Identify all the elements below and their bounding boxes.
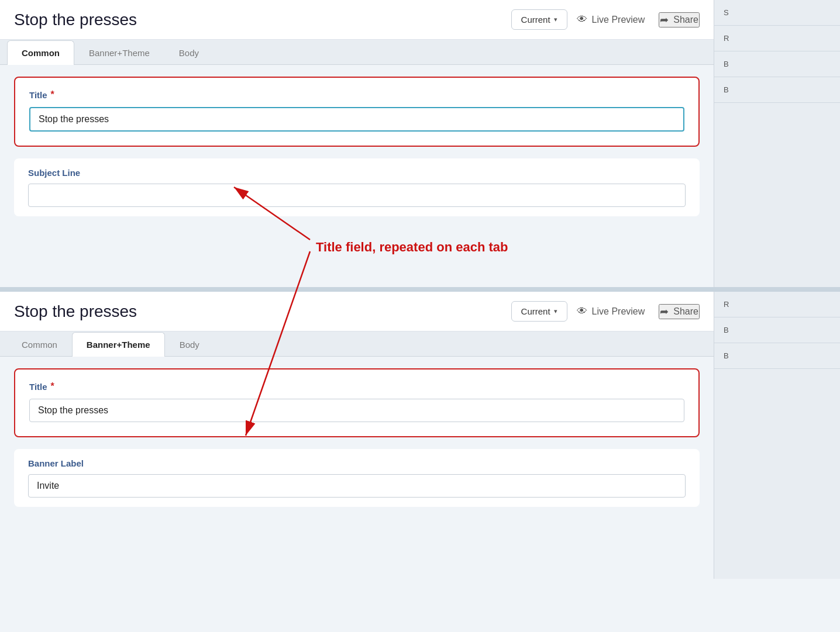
chevron-down-icon-top: ▾ bbox=[554, 16, 557, 23]
share-icon-bottom: ➦ bbox=[660, 305, 669, 318]
banner-label-card: Banner Label bbox=[14, 449, 700, 507]
required-star-title-bottom: * bbox=[51, 381, 54, 392]
live-preview-label-top: Live Preview bbox=[592, 15, 645, 25]
tab-body-top[interactable]: Body bbox=[164, 40, 214, 65]
eye-icon-top: 👁 bbox=[577, 13, 587, 26]
section-bottom: Stop the presses Current ▾ 👁 Live Previe… bbox=[0, 292, 840, 579]
version-dropdown-top[interactable]: Current ▾ bbox=[511, 9, 567, 30]
title-field-card-bottom: Title * bbox=[14, 368, 700, 437]
version-dropdown-bottom[interactable]: Current ▾ bbox=[511, 301, 567, 322]
chevron-down-icon-bottom: ▾ bbox=[554, 308, 557, 315]
share-label-top: Share bbox=[673, 15, 698, 25]
title-label-top: Title * bbox=[29, 89, 684, 100]
sidebar-row-3: B bbox=[714, 51, 840, 77]
banner-label-input[interactable] bbox=[28, 474, 686, 498]
eye-icon-bottom: 👁 bbox=[577, 305, 587, 317]
share-label-bottom: Share bbox=[673, 306, 698, 317]
live-preview-label-bottom: Live Preview bbox=[592, 306, 645, 317]
subject-line-input-top[interactable] bbox=[28, 184, 686, 207]
share-btn-top[interactable]: ➦ Share bbox=[659, 12, 700, 27]
banner-label-label: Banner Label bbox=[28, 458, 686, 468]
share-icon-top: ➦ bbox=[660, 13, 669, 26]
content-area-bottom: Title * Banner Label bbox=[0, 357, 714, 579]
tab-common-bottom[interactable]: Common bbox=[7, 332, 72, 357]
page-title-top: Stop the presses bbox=[14, 11, 502, 29]
live-preview-btn-bottom[interactable]: 👁 Live Preview bbox=[577, 305, 645, 317]
title-label-bottom: Title * bbox=[29, 381, 684, 392]
sidebar-row-b1: R bbox=[714, 292, 840, 317]
share-btn-bottom[interactable]: ➦ Share bbox=[659, 304, 700, 319]
tab-banner-theme-bottom[interactable]: Banner+Theme bbox=[72, 332, 165, 357]
content-area-top: Title * Subject Line bbox=[0, 65, 714, 287]
tab-banner-theme-top[interactable]: Banner+Theme bbox=[74, 40, 164, 65]
sidebar-row-1: S bbox=[714, 0, 840, 26]
header-top: Stop the presses Current ▾ 👁 Live Previe… bbox=[0, 0, 714, 40]
section-top: Stop the presses Current ▾ 👁 Live Previe… bbox=[0, 0, 840, 287]
tabs-bar-top: Common Banner+Theme Body bbox=[0, 40, 714, 65]
tab-body-bottom[interactable]: Body bbox=[165, 332, 214, 357]
sidebar-row-b3: B bbox=[714, 343, 840, 369]
sidebar-row-2: R bbox=[714, 26, 840, 51]
required-star-title-top: * bbox=[51, 89, 54, 100]
right-sidebar-top: S R B B bbox=[714, 0, 840, 287]
version-label-bottom: Current bbox=[521, 306, 550, 316]
title-input-top[interactable] bbox=[29, 107, 684, 132]
page-title-bottom: Stop the presses bbox=[14, 302, 502, 321]
subject-line-card-top: Subject Line bbox=[14, 158, 700, 216]
subject-line-label-top: Subject Line bbox=[28, 168, 686, 178]
title-input-bottom[interactable] bbox=[29, 399, 684, 422]
right-sidebar-bottom: R B B bbox=[714, 292, 840, 579]
tabs-bar-bottom: Common Banner+Theme Body bbox=[0, 331, 714, 357]
sidebar-row-b2: B bbox=[714, 317, 840, 343]
header-actions-bottom: 👁 Live Preview ➦ Share bbox=[577, 304, 700, 319]
title-field-card-top: Title * bbox=[14, 77, 700, 147]
tab-common-top[interactable]: Common bbox=[7, 40, 74, 65]
header-actions-top: 👁 Live Preview ➦ Share bbox=[577, 12, 700, 27]
version-label-top: Current bbox=[521, 15, 550, 25]
main-content-bottom: Stop the presses Current ▾ 👁 Live Previe… bbox=[0, 292, 714, 579]
main-content-top: Stop the presses Current ▾ 👁 Live Previe… bbox=[0, 0, 714, 287]
live-preview-btn-top[interactable]: 👁 Live Preview bbox=[577, 13, 645, 26]
header-bottom: Stop the presses Current ▾ 👁 Live Previe… bbox=[0, 292, 714, 331]
section-divider bbox=[0, 287, 840, 292]
sidebar-row-4: B bbox=[714, 77, 840, 103]
